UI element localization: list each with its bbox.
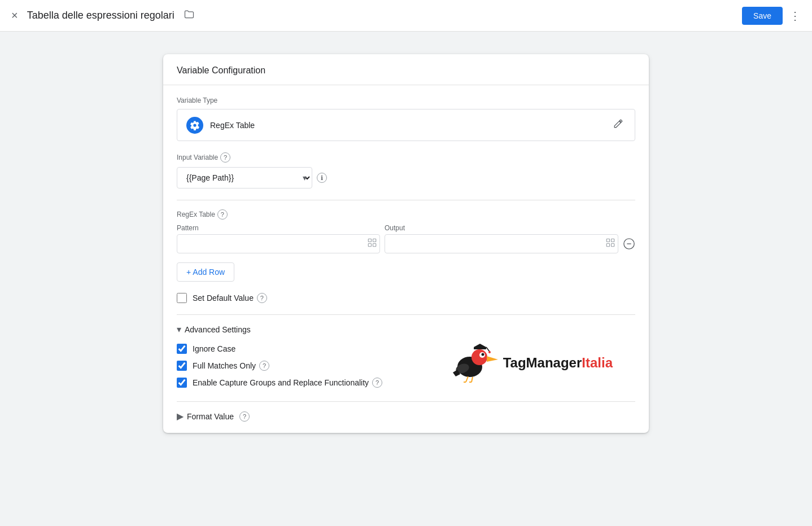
- svg-rect-0: [368, 239, 371, 242]
- folder-button[interactable]: [181, 6, 197, 25]
- capture-groups-label: Enable Capture Groups and Replace Functi…: [193, 378, 382, 388]
- regex-table-col-headers: Pattern Output: [177, 224, 635, 232]
- format-value-info-icon[interactable]: ?: [239, 411, 250, 422]
- svg-rect-7: [612, 243, 614, 246]
- output-input[interactable]: [385, 235, 603, 253]
- bird-icon: [444, 341, 501, 384]
- ignore-case-row: Ignore Case: [177, 341, 382, 356]
- tagmanageritalia-logo: TagManagerItalia: [444, 341, 613, 384]
- panel-body-inner: Variable Type RegEx Table: [177, 97, 635, 422]
- pattern-col-label: Pattern: [177, 224, 380, 232]
- input-variable-select[interactable]: {{Page Path}}: [177, 167, 312, 189]
- chevron-down-icon: ▾: [177, 324, 181, 335]
- output-variable-picker-button[interactable]: [603, 236, 618, 252]
- svg-marker-14: [487, 356, 498, 362]
- variable-type-label: Variable Type: [177, 97, 635, 104]
- advanced-checkboxes: Ignore Case Full Matches Only ?: [177, 341, 382, 392]
- capture-groups-checkbox[interactable]: [177, 378, 187, 388]
- panel-header: Variable Configuration: [163, 54, 649, 85]
- more-options-button[interactable]: ⋮: [787, 7, 803, 25]
- input-variable-label: Input Variable ?: [177, 152, 635, 163]
- pattern-variable-picker-button[interactable]: [365, 236, 379, 252]
- close-icon: ×: [11, 9, 18, 22]
- capture-groups-info-icon[interactable]: ?: [372, 378, 382, 388]
- regex-table-label: RegEx Table ?: [177, 209, 635, 220]
- topbar-left: × Tabella delle espressioni regolari: [9, 6, 742, 25]
- set-default-info-icon[interactable]: ?: [257, 293, 267, 303]
- pattern-input[interactable]: [177, 235, 365, 253]
- advanced-content: Ignore Case Full Matches Only ?: [177, 341, 635, 392]
- page-title: Tabella delle espressioni regolari: [27, 10, 174, 21]
- variable-type-name: RegEx Table: [210, 121, 255, 130]
- add-row-button[interactable]: + Add Row: [177, 262, 234, 282]
- variable-type-box: RegEx Table: [177, 109, 635, 141]
- full-matches-row: Full Matches Only ?: [177, 358, 382, 373]
- set-default-row: Set Default Value ?: [177, 291, 635, 305]
- chevron-right-icon: ▶: [177, 411, 184, 422]
- topbar-right: Save ⋮: [742, 7, 803, 25]
- close-button[interactable]: ×: [9, 7, 20, 24]
- svg-rect-3: [373, 243, 376, 246]
- advanced-settings-toggle[interactable]: ▾ Advanced Settings: [177, 324, 251, 335]
- regex-table-info-icon[interactable]: ?: [217, 209, 228, 220]
- full-matches-checkbox[interactable]: [177, 361, 187, 371]
- italia-text: Italia: [582, 355, 613, 370]
- svg-point-11: [472, 349, 487, 365]
- svg-line-22: [472, 377, 473, 382]
- variable-config-panel: Variable Configuration Variable Type Re: [163, 54, 649, 433]
- svg-rect-2: [368, 243, 371, 246]
- edit-icon: [613, 119, 623, 132]
- capture-groups-row: Enable Capture Groups and Replace Functi…: [177, 375, 382, 390]
- divider-1: [177, 200, 635, 200]
- save-button[interactable]: Save: [742, 7, 783, 25]
- variable-type-left: RegEx Table: [186, 117, 255, 134]
- divider-3: [177, 401, 635, 402]
- svg-rect-5: [612, 239, 614, 242]
- main-content: Variable Configuration Variable Type Re: [0, 32, 812, 455]
- ignore-case-checkbox[interactable]: [177, 344, 187, 354]
- input-variable-row: {{Page Path}} ℹ: [177, 167, 635, 189]
- svg-marker-16: [474, 344, 486, 347]
- topbar: × Tabella delle espressioni regolari Sav…: [0, 0, 812, 32]
- svg-rect-1: [373, 239, 376, 242]
- output-input-wrapper: [385, 234, 618, 253]
- divider-2: [177, 314, 635, 315]
- gear-icon: [186, 117, 203, 134]
- regex-table-row: [177, 234, 635, 253]
- more-icon: ⋮: [789, 9, 801, 23]
- tmi-text: TagManagerItalia: [503, 356, 613, 370]
- pattern-input-wrapper: [177, 234, 380, 253]
- svg-rect-15: [474, 347, 486, 349]
- remove-row-button[interactable]: [623, 238, 635, 250]
- svg-rect-4: [606, 239, 609, 242]
- set-default-label: Set Default Value ?: [193, 293, 267, 303]
- full-matches-label: Full Matches Only ?: [193, 361, 269, 371]
- regex-table-section: RegEx Table ? Pattern Output: [177, 209, 635, 282]
- format-value-toggle[interactable]: ▶ Format Value ?: [177, 411, 250, 422]
- svg-point-13: [481, 353, 484, 356]
- tagmanager-text: TagManager: [503, 355, 582, 370]
- output-col-label: Output: [385, 224, 635, 232]
- input-variable-select-wrapper: {{Page Path}}: [177, 167, 312, 189]
- panel-body: Variable Type RegEx Table: [163, 85, 649, 433]
- variable-info-icon[interactable]: ℹ: [317, 173, 327, 183]
- ignore-case-label: Ignore Case: [193, 344, 235, 353]
- svg-line-17: [486, 347, 490, 352]
- svg-point-18: [488, 351, 491, 353]
- input-variable-info-icon[interactable]: ?: [220, 152, 230, 163]
- edit-variable-type-button[interactable]: [611, 116, 626, 134]
- svg-rect-6: [606, 243, 609, 246]
- svg-line-21: [466, 376, 468, 382]
- folder-icon: [184, 8, 195, 23]
- full-matches-info-icon[interactable]: ?: [259, 361, 269, 371]
- set-default-checkbox[interactable]: [177, 293, 187, 303]
